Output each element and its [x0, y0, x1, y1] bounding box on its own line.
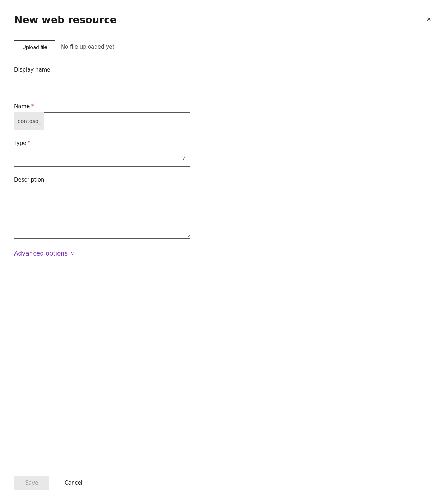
description-label: Description	[14, 177, 434, 183]
name-required-star: *	[31, 103, 34, 110]
content-spacer	[14, 271, 434, 469]
upload-file-button[interactable]: Upload file	[14, 40, 55, 54]
type-label: Type *	[14, 140, 434, 146]
type-select[interactable]	[14, 149, 190, 167]
type-required-star: *	[28, 140, 30, 146]
save-button[interactable]: Save	[14, 476, 49, 490]
cancel-button[interactable]: Cancel	[54, 476, 93, 490]
close-button[interactable]: ×	[424, 14, 434, 25]
type-select-wrapper: ∨	[14, 149, 190, 167]
display-name-label: Display name	[14, 67, 434, 73]
advanced-options-chevron-icon: ∨	[71, 251, 74, 256]
dialog-title: New web resource	[14, 14, 117, 26]
display-name-group: Display name	[14, 67, 434, 93]
no-file-text: No file uploaded yet	[61, 44, 114, 50]
name-input[interactable]	[14, 112, 190, 130]
dialog-header: New web resource ×	[14, 14, 434, 26]
description-group: Description	[14, 177, 434, 240]
description-textarea[interactable]	[14, 186, 190, 239]
type-group: Type * ∨	[14, 140, 434, 167]
display-name-input[interactable]	[14, 76, 190, 93]
new-web-resource-dialog: New web resource × Upload file No file u…	[0, 0, 448, 504]
dialog-footer: Save Cancel	[14, 469, 434, 490]
name-field-wrapper: contoso_	[14, 112, 190, 130]
advanced-options-label: Advanced options	[14, 250, 68, 257]
name-group: Name * contoso_	[14, 103, 434, 130]
name-label: Name *	[14, 103, 434, 110]
advanced-options-toggle[interactable]: Advanced options ∨	[14, 250, 434, 257]
upload-section: Upload file No file uploaded yet	[14, 40, 434, 54]
